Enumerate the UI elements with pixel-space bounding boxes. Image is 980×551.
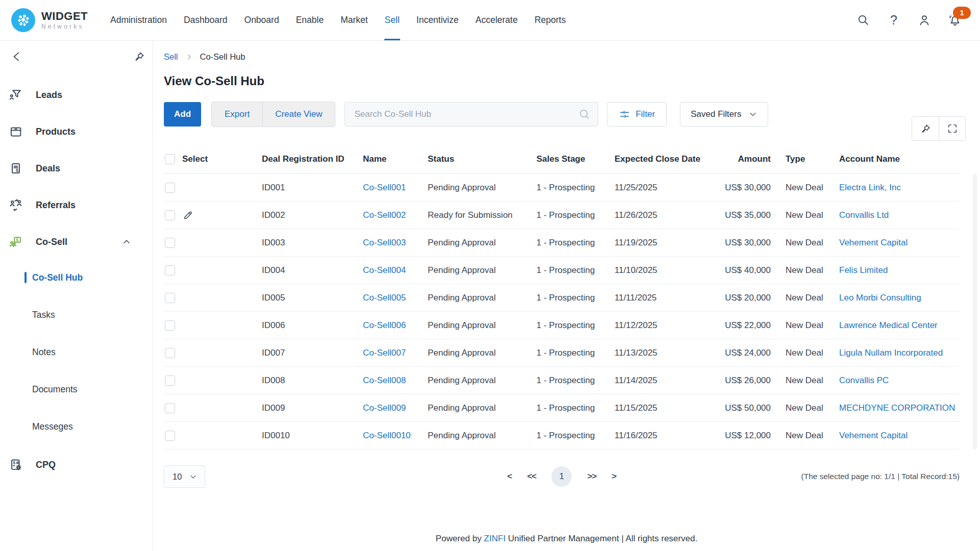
panel-actions [912,116,966,141]
sidebar-item-products[interactable]: Products [0,120,153,143]
export-button[interactable]: Export [212,102,262,127]
sidebar-subitem[interactable]: Documents [0,379,153,399]
topnav-item[interactable]: Reports [534,0,566,40]
search-submit-icon[interactable] [578,108,591,121]
row-checkbox[interactable] [165,348,175,358]
table-body: ID001 Co-Sell001 Pending Approval 1 - Pr… [164,174,960,449]
row-checkbox[interactable] [165,183,175,193]
row-checkbox[interactable] [165,238,175,248]
topnav-item[interactable]: Dashboard [183,0,228,40]
row-checkbox[interactable] [165,320,175,331]
breadcrumb-sell-link[interactable]: Sell [164,52,178,62]
search-input[interactable] [345,102,598,127]
table-scrollbar[interactable] [973,174,977,449]
account-name-link[interactable]: Ligula Nullam Incorporated [839,348,943,358]
cell-expected-close-date: 11/11/2025 [615,293,701,303]
fullscreen-icon[interactable] [939,117,965,140]
sidebar-subitem[interactable]: Tasks [0,305,153,325]
user-profile-icon[interactable] [917,13,932,28]
topnav-item[interactable]: Sell [384,0,400,40]
sidebar-collapse-icon[interactable] [10,50,23,63]
sidebar-subitem[interactable]: Co-Sell Hub [0,267,153,288]
cell-expected-close-date: 11/13/2025 [615,348,701,358]
cosell-name-link[interactable]: Co-Sell005 [363,293,406,303]
edit-pencil-icon[interactable] [182,209,194,221]
account-name-link[interactable]: Vehement Capital [839,238,908,247]
prev-page-button[interactable]: < [507,471,512,482]
cell-status: Pending Approval [428,320,536,331]
cell-expected-close-date: 11/26/2025 [615,210,701,220]
page-size-select[interactable]: 10 [164,465,205,488]
topnav-item[interactable]: Enable [296,0,325,40]
products-box-icon [9,124,24,139]
row-checkbox[interactable] [165,265,175,276]
sidebar-item-deals[interactable]: $ Deals [0,157,153,180]
cosell-name-link[interactable]: Co-Sell001 [363,183,406,192]
chevron-down-icon [189,472,198,481]
row-checkbox[interactable] [165,293,175,303]
pin-panel-icon[interactable] [912,117,939,140]
cell-status: Pending Approval [428,375,536,386]
topnav-item[interactable]: Administration [110,0,167,40]
notifications-bell-icon[interactable]: 1 [947,13,963,28]
cell-sales-stage: 1 - Prospecting [536,210,615,220]
account-name-link[interactable]: Felis Limited [839,265,888,275]
row-checkbox[interactable] [165,403,175,413]
sidebar-item-cosell[interactable]: $ Co-Sell [0,231,153,253]
account-name-link[interactable]: Leo Morbi Consulting [839,293,921,303]
cosell-name-link[interactable]: Co-Sell002 [363,210,406,220]
search-icon[interactable] [855,13,871,28]
cosell-name-link[interactable]: Co-Sell006 [363,320,406,330]
table-row: ID005 Co-Sell005 Pending Approval 1 - Pr… [164,284,960,312]
add-button[interactable]: Add [164,102,201,127]
account-name-link[interactable]: Vehement Capital [839,431,908,440]
cosell-name-link[interactable]: Co-Sell007 [363,348,406,358]
sidebar-item-cpq[interactable]: $ CPQ [0,454,153,476]
cosell-name-link[interactable]: Co-Sell008 [363,375,406,385]
help-icon[interactable]: ? [886,13,901,28]
create-view-button[interactable]: Create View [262,102,335,127]
topnav-item[interactable]: Market [340,0,368,40]
cell-expected-close-date: 11/10/2025 [615,265,701,276]
zinfi-brand-link[interactable]: ZINFI [484,534,506,543]
cell-type: New Deal [776,293,839,303]
saved-filters-dropdown[interactable]: Saved Filters [680,102,768,127]
topnav-item[interactable]: Accelerate [475,0,518,40]
row-checkbox[interactable] [165,210,175,220]
cosell-name-link[interactable]: Co-Sell009 [363,403,406,413]
chevron-up-icon[interactable] [121,236,136,247]
select-all-checkbox[interactable] [165,154,175,164]
main-content: Sell Co-Sell Hub View Co-Sell Hub Add Ex… [153,41,980,551]
cell-status: Pending Approval [428,293,536,303]
row-checkbox[interactable] [165,431,175,441]
cell-expected-close-date: 11/16/2025 [615,431,701,441]
topnav-item[interactable]: Incentivize [416,0,459,40]
cell-amount: US$ 40,000 [701,265,776,276]
cell-type: New Deal [776,238,839,248]
account-name-link[interactable]: Convallis PC [839,375,889,385]
account-name-link[interactable]: Convallis Ltd [839,210,889,220]
sidebar: Leads Products $ Deals [0,41,153,551]
sidebar-subitem[interactable]: Notes [0,342,153,362]
cell-type: New Deal [776,375,839,386]
topnav-item[interactable]: Onboard [244,0,280,40]
next-page-button[interactable]: > [611,471,616,482]
account-name-link[interactable]: MECHDYNE CORPORATION [839,403,955,413]
filter-button[interactable]: Filter [607,102,667,127]
last-page-button[interactable]: >> [587,471,597,482]
app-logo[interactable]: WIDGET Networks [11,8,106,32]
sidebar-item-referrals[interactable]: Referrals [0,194,153,216]
cosell-name-link[interactable]: Co-Sell0010 [363,431,411,440]
svg-text:$: $ [16,168,19,173]
sidebar-subitem[interactable]: Messeges [0,416,153,437]
current-page-indicator: 1 [552,466,572,487]
cell-amount: US$ 35,000 [701,210,776,220]
account-name-link[interactable]: Electra Link, Inc [839,183,901,192]
account-name-link[interactable]: Lawrence Medical Center [839,320,938,330]
sidebar-item-leads[interactable]: Leads [0,84,153,106]
row-checkbox[interactable] [165,375,175,386]
first-page-button[interactable]: << [527,471,536,482]
cosell-name-link[interactable]: Co-Sell003 [363,238,406,247]
sidebar-pin-icon[interactable] [133,51,145,63]
cosell-name-link[interactable]: Co-Sell004 [363,265,406,275]
